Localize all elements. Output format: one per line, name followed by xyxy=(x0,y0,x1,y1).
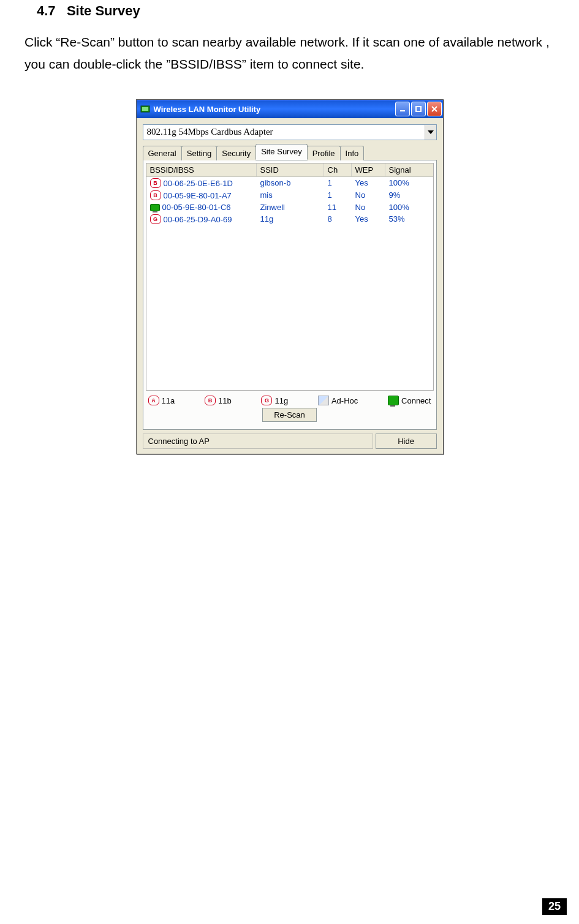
section-heading: 4.7 Site Survey xyxy=(37,3,554,19)
body-text: Click “Re-Scan” button to scan nearby av… xyxy=(25,31,554,75)
legend-11g-label: 11g xyxy=(274,396,288,405)
titlebar[interactable]: Wireless LAN Monitor Utility xyxy=(137,100,443,118)
ch-value: 1 xyxy=(324,177,352,189)
list-header: BSSID/IBSS SSID Ch WEP Signal xyxy=(146,163,433,177)
ch-value: 8 xyxy=(324,213,352,225)
legend-connect: Connect xyxy=(388,396,431,405)
adapter-dropdown[interactable]: 802.11g 54Mbps Cardbus Adapter xyxy=(143,124,437,140)
wep-value: No xyxy=(352,201,385,213)
connect-icon xyxy=(150,204,160,211)
wep-value: Yes xyxy=(352,213,385,225)
wep-value: Yes xyxy=(352,177,385,189)
col-header-signal[interactable]: Signal xyxy=(385,163,425,176)
tab-security[interactable]: Security xyxy=(216,146,256,160)
col-header-ch[interactable]: Ch xyxy=(324,163,352,176)
minimize-button[interactable] xyxy=(395,102,410,116)
ssid-value: Zinwell xyxy=(257,201,324,213)
ch-value: 11 xyxy=(324,201,352,213)
network-list: BSSID/IBSS SSID Ch WEP Signal B00-06-25-… xyxy=(146,163,434,391)
legend-11a-label: 11a xyxy=(162,396,175,405)
section-number: 4.7 xyxy=(37,3,56,18)
legend-11b-icon: B xyxy=(205,396,216,405)
signal-value: 100% xyxy=(385,177,425,189)
maximize-button[interactable] xyxy=(411,102,426,116)
network-type-icon: B xyxy=(150,178,161,188)
legend-11a: A 11a xyxy=(148,396,175,405)
tab-general[interactable]: General xyxy=(143,146,182,160)
ch-value: 1 xyxy=(324,189,352,201)
legend-11g-icon: G xyxy=(261,396,272,405)
col-header-wep[interactable]: WEP xyxy=(352,163,385,176)
tab-profile[interactable]: Profile xyxy=(307,146,341,160)
col-header-bssid[interactable]: BSSID/IBSS xyxy=(146,163,257,176)
page-number: 25 xyxy=(542,898,567,915)
legend: A 11a B 11b G 11g Ad-Ho xyxy=(146,391,434,407)
window-title: Wireless LAN Monitor Utility xyxy=(154,105,395,114)
network-row[interactable]: B00-06-25-0E-E6-1Dgibson-b1Yes100% xyxy=(146,177,433,189)
ssid-value: mis xyxy=(257,189,324,201)
connect-icon xyxy=(388,396,399,405)
legend-11b-label: 11b xyxy=(218,396,232,405)
bssid-value: 00-06-25-D9-A0-69 xyxy=(164,215,232,224)
site-survey-panel: BSSID/IBSS SSID Ch WEP Signal B00-06-25-… xyxy=(143,160,437,430)
hide-button[interactable]: Hide xyxy=(376,434,437,449)
legend-adhoc: Ad-Hoc xyxy=(318,396,358,405)
svg-rect-1 xyxy=(142,107,148,111)
svg-rect-3 xyxy=(416,107,421,111)
signal-value: 9% xyxy=(385,189,425,201)
bssid-value: 00-05-9E-80-01-C6 xyxy=(162,203,231,212)
tab-site-survey[interactable]: Site Survey xyxy=(255,144,307,160)
rescan-button[interactable]: Re-Scan xyxy=(262,408,317,422)
legend-11g: G 11g xyxy=(261,396,288,405)
ssid-value: gibson-b xyxy=(257,177,324,189)
tab-strip: General Setting Security Site Survey Pro… xyxy=(143,145,437,160)
legend-11b: B 11b xyxy=(205,396,232,405)
ssid-value: 11g xyxy=(257,213,324,225)
legend-connect-label: Connect xyxy=(401,396,431,405)
svg-rect-2 xyxy=(400,110,405,111)
network-row[interactable]: B00-05-9E-80-01-A7mis1No9% xyxy=(146,189,433,201)
bssid-value: 00-05-9E-80-01-A7 xyxy=(164,191,232,200)
adapter-name: 802.11g 54Mbps Cardbus Adapter xyxy=(143,125,425,140)
status-text: Connecting to AP xyxy=(143,434,373,449)
network-type-icon: B xyxy=(150,190,161,200)
app-window: Wireless LAN Monitor Utility 802.11g 54M… xyxy=(136,99,444,454)
signal-value: 53% xyxy=(385,213,425,225)
adhoc-icon xyxy=(318,396,329,405)
dropdown-arrow-icon[interactable] xyxy=(425,125,436,140)
legend-11a-icon: A xyxy=(148,396,159,405)
network-row[interactable]: G00-06-25-D9-A0-6911g8Yes53% xyxy=(146,213,433,225)
close-button[interactable] xyxy=(427,102,442,116)
section-title: Site Survey xyxy=(67,3,140,18)
tab-info[interactable]: Info xyxy=(340,146,365,160)
col-header-ssid[interactable]: SSID xyxy=(257,163,324,176)
app-icon xyxy=(140,104,150,114)
network-type-icon: G xyxy=(150,214,161,224)
signal-value: 100% xyxy=(385,201,425,213)
legend-adhoc-label: Ad-Hoc xyxy=(331,396,358,405)
wep-value: No xyxy=(352,189,385,201)
network-row[interactable]: 00-05-9E-80-01-C6Zinwell11No100% xyxy=(146,201,433,213)
tab-setting[interactable]: Setting xyxy=(181,146,217,160)
bssid-value: 00-06-25-0E-E6-1D xyxy=(164,179,233,188)
